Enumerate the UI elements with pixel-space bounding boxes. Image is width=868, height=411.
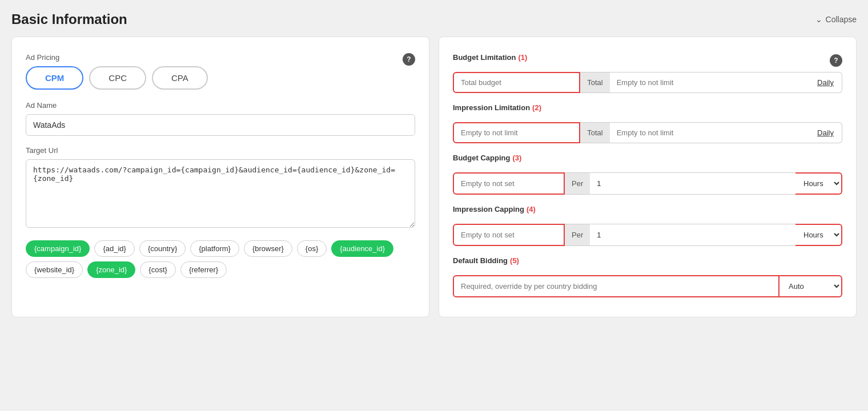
impression-capping-num: (4) — [527, 205, 536, 213]
impression-capping-label: Impression Capping — [453, 205, 524, 213]
impression-total-label: Total — [580, 122, 609, 143]
impression-daily-button[interactable]: Daily — [809, 122, 842, 143]
impression-limitation-row: Total Daily — [453, 122, 842, 143]
budget-daily-value-input[interactable] — [610, 72, 809, 93]
budget-capping-num: (3) — [512, 154, 521, 162]
default-bidding-title: Default Bidding (5) — [453, 256, 519, 265]
impression-capping-input[interactable] — [453, 224, 565, 246]
ad-name-label: Ad Name — [26, 101, 415, 110]
help-icon-budget[interactable]: ? — [830, 54, 842, 67]
ad-name-group: Ad Name — [26, 101, 415, 136]
budget-limitation-section: Budget Limitation (1) ? Total Daily — [453, 53, 842, 93]
tag-ad-id[interactable]: {ad_id} — [94, 240, 135, 257]
default-bidding-label: Default Bidding — [453, 256, 508, 265]
budget-capping-row: Per Hours Days Weeks — [453, 172, 842, 195]
right-panel: Budget Limitation (1) ? Total Daily Impr… — [439, 37, 857, 317]
pricing-cpm-button[interactable]: CPM — [26, 66, 83, 90]
left-panel: Ad Pricing ? CPM CPC CPA Ad Name Target … — [11, 37, 429, 317]
ad-pricing-label: Ad Pricing — [26, 53, 415, 62]
budget-capping-title: Budget Capping (3) — [453, 154, 521, 162]
budget-limitation-label: Budget Limitation — [453, 53, 516, 62]
budget-capping-per-value[interactable] — [590, 172, 795, 195]
chevron-down-icon: ⌄ — [815, 15, 822, 24]
tag-os[interactable]: {os} — [297, 240, 327, 257]
pricing-cpa-button[interactable]: CPA — [152, 66, 208, 90]
tag-cost[interactable]: {cost} — [140, 261, 176, 278]
budget-capping-section: Budget Capping (3) Per Hours Days Weeks — [453, 154, 842, 195]
pricing-options-row: CPM CPC CPA — [26, 66, 415, 90]
default-bidding-row: Auto Manual — [453, 275, 842, 297]
pricing-cpc-button[interactable]: CPC — [89, 66, 146, 90]
tag-country[interactable]: {country} — [139, 240, 186, 257]
budget-limitation-title: Budget Limitation (1) — [453, 53, 527, 62]
tag-campaign-id[interactable]: {campaign_id} — [26, 240, 90, 257]
impression-capping-unit-select[interactable]: Hours Days Weeks — [795, 224, 842, 246]
impression-daily-value-input[interactable] — [610, 122, 809, 143]
budget-capping-unit-select[interactable]: Hours Days Weeks — [795, 172, 842, 195]
impression-limitation-num: (2) — [532, 103, 541, 112]
collapse-label: Collapse — [826, 15, 857, 24]
budget-limitation-row: Total Daily — [453, 72, 842, 93]
target-url-label: Target Url — [26, 146, 415, 155]
tag-website-id[interactable]: {website_id} — [26, 261, 83, 278]
budget-limitation-num: (1) — [519, 53, 528, 62]
budget-capping-label: Budget Capping — [453, 154, 510, 162]
default-bidding-section: Default Bidding (5) Auto Manual — [453, 256, 842, 297]
target-url-input[interactable]: https://wataads.com/?campaign_id={campai… — [26, 159, 415, 228]
budget-capping-per-label: Per — [565, 172, 590, 195]
impression-capping-section: Impression Capping (4) Per Hours Days We… — [453, 205, 842, 246]
impression-capping-title: Impression Capping (4) — [453, 205, 536, 213]
impression-capping-row: Per Hours Days Weeks — [453, 224, 842, 246]
budget-total-label: Total — [580, 72, 609, 93]
tag-audience-id[interactable]: {audience_id} — [331, 240, 393, 257]
budget-daily-button[interactable]: Daily — [809, 72, 842, 93]
bidding-type-select[interactable]: Auto Manual — [779, 275, 842, 297]
impression-total-input[interactable] — [453, 122, 580, 143]
tag-referrer[interactable]: {referrer} — [180, 261, 227, 278]
impression-limitation-label: Impression Limitation — [453, 103, 530, 112]
tag-zone-id[interactable]: {zone_id} — [87, 261, 135, 278]
impression-limitation-section: Impression Limitation (2) Total Daily — [453, 103, 842, 143]
ad-name-input[interactable] — [26, 114, 415, 136]
collapse-button[interactable]: ⌄ Collapse — [815, 15, 857, 24]
default-bidding-num: (5) — [510, 256, 519, 265]
tag-browser[interactable]: {browser} — [244, 240, 292, 257]
budget-total-input[interactable] — [453, 72, 580, 93]
impression-capping-per-value[interactable] — [590, 224, 795, 246]
budget-capping-input[interactable] — [453, 172, 565, 195]
ad-pricing-group: Ad Pricing ? CPM CPC CPA — [26, 53, 415, 90]
target-url-group: Target Url https://wataads.com/?campaign… — [26, 146, 415, 230]
tag-platform[interactable]: {platform} — [190, 240, 239, 257]
bidding-main-input[interactable] — [453, 275, 779, 297]
impression-limitation-title: Impression Limitation (2) — [453, 103, 541, 112]
impression-capping-per-label: Per — [565, 224, 590, 246]
help-icon-pricing[interactable]: ? — [403, 53, 415, 66]
page-title: Basic Information — [11, 11, 127, 27]
tags-row: {campaign_id} {ad_id} {country} {platfor… — [26, 240, 415, 278]
